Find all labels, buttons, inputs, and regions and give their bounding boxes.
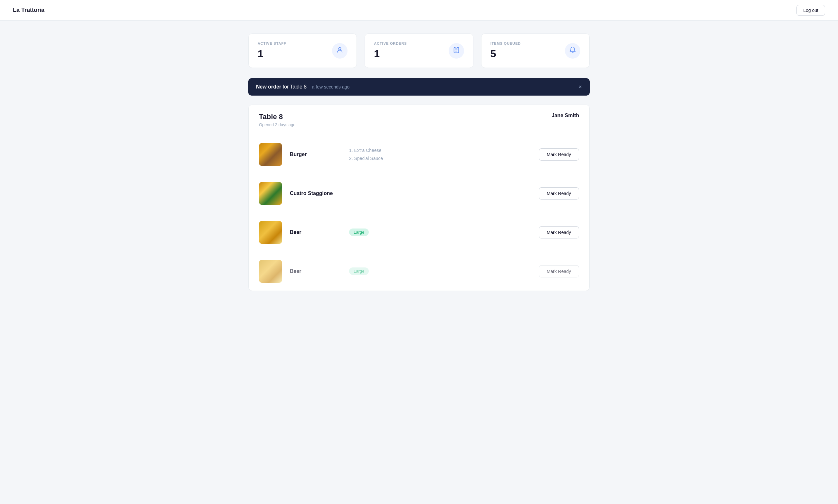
stat-icon-wrapper-queued — [565, 43, 580, 58]
item-name-cuatro: Cuatro Staggione — [290, 191, 342, 196]
modifier-1: 1. Extra Cheese — [349, 146, 531, 155]
mark-ready-button-beer2[interactable]: Mark Ready — [539, 265, 579, 277]
item-modifiers-burger: 1. Extra Cheese 2. Special Sauce — [349, 146, 531, 163]
mark-ready-button-beer[interactable]: Mark Ready — [539, 226, 579, 238]
order-item-beer2: Beer Large Mark Ready — [249, 252, 589, 291]
svg-rect-1 — [455, 47, 457, 48]
order-table-name: Table 8 — [259, 113, 295, 121]
stat-card-active-staff: ACTIVE STAFF 1 — [248, 34, 357, 68]
order-opened: Opened 2 days ago — [259, 122, 295, 127]
stat-icon-wrapper-orders — [449, 43, 464, 58]
mark-ready-button-cuatro[interactable]: Mark Ready — [539, 187, 579, 200]
order-staff: Jane Smith — [552, 113, 579, 119]
stat-icon-wrapper-staff — [332, 43, 348, 58]
item-image-burger — [259, 143, 282, 166]
stat-label-items-queued: ITEMS QUEUED — [490, 41, 521, 46]
stat-info-items-queued: ITEMS QUEUED 5 — [490, 41, 521, 60]
notification-close-button[interactable]: × — [578, 84, 582, 90]
person-icon — [336, 46, 343, 55]
item-badge-beer: Large — [349, 229, 369, 236]
mark-ready-button-burger[interactable]: Mark Ready — [539, 148, 579, 161]
logout-button[interactable]: Log out — [797, 5, 825, 16]
notification-text: New order for Table 8 a few seconds ago — [256, 84, 349, 90]
bell-icon — [569, 46, 576, 55]
order-item-cuatro: Cuatro Staggione Mark Ready — [249, 174, 589, 213]
stat-info-active-orders: ACTIVE ORDERS 1 — [374, 41, 407, 60]
item-image-beer — [259, 221, 282, 244]
item-modifiers-beer: Large — [349, 228, 531, 236]
main-content: ACTIVE STAFF 1 ACTIVE ORDERS 1 — [242, 21, 596, 304]
stat-value-items-queued: 5 — [490, 48, 521, 60]
item-image-beer2 — [259, 260, 282, 283]
notification-time: a few seconds ago — [312, 84, 350, 89]
stat-card-active-orders: ACTIVE ORDERS 1 — [365, 34, 473, 68]
item-name-beer2: Beer — [290, 268, 342, 274]
app-title: La Trattoria — [13, 7, 45, 14]
item-name-burger: Burger — [290, 151, 342, 157]
stats-row: ACTIVE STAFF 1 ACTIVE ORDERS 1 — [248, 34, 590, 68]
stat-value-active-staff: 1 — [258, 48, 286, 60]
order-info: Table 8 Opened 2 days ago — [259, 113, 295, 127]
order-card: Table 8 Opened 2 days ago Jane Smith Bur… — [248, 105, 590, 291]
clipboard-icon — [453, 46, 460, 55]
order-header: Table 8 Opened 2 days ago Jane Smith — [249, 105, 589, 135]
svg-point-0 — [339, 48, 341, 50]
notification-suffix: for Table 8 — [283, 84, 307, 89]
stat-value-active-orders: 1 — [374, 48, 407, 60]
header: La Trattoria Log out — [0, 0, 838, 21]
notification-banner: New order for Table 8 a few seconds ago … — [248, 78, 590, 95]
stat-card-items-queued: ITEMS QUEUED 5 — [481, 34, 590, 68]
order-item-beer: Beer Large Mark Ready — [249, 213, 589, 252]
item-image-cuatro — [259, 182, 282, 205]
stat-info-active-staff: ACTIVE STAFF 1 — [258, 41, 286, 60]
item-badge-beer2: Large — [349, 267, 369, 275]
notification-prefix: New order — [256, 84, 281, 89]
item-modifiers-beer2: Large — [349, 267, 531, 275]
order-item-burger: Burger 1. Extra Cheese 2. Special Sauce … — [249, 135, 589, 174]
modifier-2: 2. Special Sauce — [349, 155, 531, 163]
stat-label-active-orders: ACTIVE ORDERS — [374, 41, 407, 46]
item-name-beer: Beer — [290, 230, 342, 235]
stat-label-active-staff: ACTIVE STAFF — [258, 41, 286, 46]
